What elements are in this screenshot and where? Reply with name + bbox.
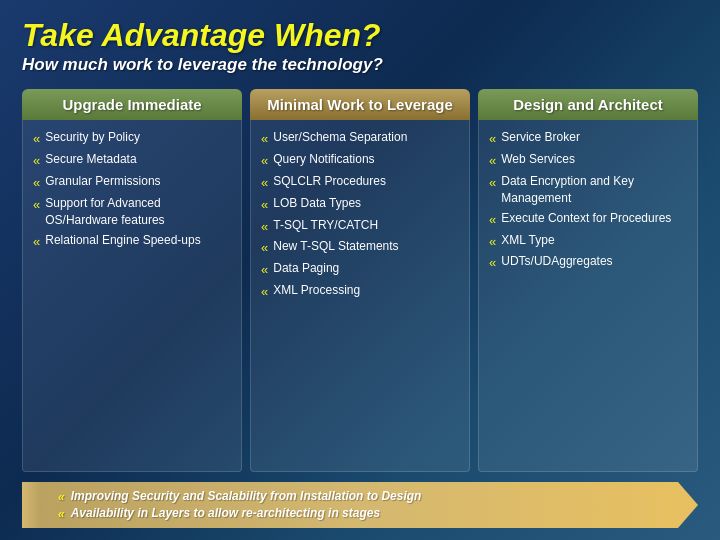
- list-item-text: LOB Data Types: [273, 195, 361, 215]
- list-item: «New T-SQL Statements: [261, 237, 461, 259]
- bullet-icon: «: [261, 152, 268, 171]
- bullet-icon: «: [261, 196, 268, 215]
- list-item-text: Execute Context for Procedures: [501, 210, 671, 230]
- bottom-bar-text: Improving Security and Scalability from …: [71, 489, 422, 503]
- list-item: «LOB Data Types: [261, 194, 461, 216]
- list-item: «Support for Advanced OS/Hardware featur…: [33, 194, 233, 231]
- bullet-icon: «: [33, 174, 40, 193]
- minimal-list: «User/Schema Separation«Query Notificati…: [261, 128, 461, 303]
- bullet-icon: «: [489, 152, 496, 171]
- list-item-text: Data Paging: [273, 260, 339, 280]
- list-item: «Secure Metadata: [33, 150, 233, 172]
- list-item: «Granular Permissions: [33, 172, 233, 194]
- list-item: «Data Encryption and Key Management: [489, 172, 689, 209]
- list-item: «User/Schema Separation: [261, 128, 461, 150]
- list-item-text: Relational Engine Speed-ups: [45, 232, 200, 252]
- list-item: «Security by Policy: [33, 128, 233, 150]
- col-body-design: «Service Broker«Web Services«Data Encryp…: [478, 120, 698, 472]
- list-item: «T-SQL TRY/CATCH: [261, 216, 461, 238]
- list-item: «UDTs/UDAggregates: [489, 252, 689, 274]
- bullet-icon: «: [261, 174, 268, 193]
- bullet-icon: «: [58, 507, 65, 521]
- bullet-icon: «: [261, 130, 268, 149]
- bullet-icon: «: [261, 218, 268, 237]
- list-item-text: Secure Metadata: [45, 151, 136, 171]
- bullet-icon: «: [489, 233, 496, 252]
- list-item: «Query Notifications: [261, 150, 461, 172]
- list-item-text: Security by Policy: [45, 129, 140, 149]
- bullet-icon: «: [489, 211, 496, 230]
- list-item: «Relational Engine Speed-ups: [33, 231, 233, 253]
- list-item-text: UDTs/UDAggregates: [501, 253, 612, 273]
- list-item: «SQLCLR Procedures: [261, 172, 461, 194]
- col-header-design: Design and Architect: [478, 89, 698, 120]
- column-minimal: Minimal Work to Leverage «User/Schema Se…: [250, 89, 470, 472]
- bottom-bar: «Improving Security and Scalability from…: [22, 482, 698, 528]
- list-item-text: Web Services: [501, 151, 575, 171]
- bullet-icon: «: [489, 130, 496, 149]
- bullet-icon: «: [261, 261, 268, 280]
- main-container: Take Advantage When? How much work to le…: [0, 0, 720, 540]
- list-item: «Service Broker: [489, 128, 689, 150]
- bullet-icon: «: [33, 130, 40, 149]
- bottom-bar-item: «Availability in Layers to allow re-arch…: [58, 506, 684, 521]
- list-item: «Web Services: [489, 150, 689, 172]
- bullet-icon: «: [33, 233, 40, 252]
- bullet-icon: «: [33, 196, 40, 230]
- list-item-text: New T-SQL Statements: [273, 238, 398, 258]
- bottom-bar-text: Availability in Layers to allow re-archi…: [71, 506, 380, 520]
- col-body-upgrade: «Security by Policy«Secure Metadata«Gran…: [22, 120, 242, 472]
- list-item-text: Service Broker: [501, 129, 580, 149]
- col-body-minimal: «User/Schema Separation«Query Notificati…: [250, 120, 470, 472]
- page-subtitle: How much work to leverage the technology…: [22, 55, 698, 75]
- list-item-text: User/Schema Separation: [273, 129, 407, 149]
- list-item-text: SQLCLR Procedures: [273, 173, 386, 193]
- bullet-icon: «: [261, 239, 268, 258]
- list-item-text: Query Notifications: [273, 151, 374, 171]
- bullet-icon: «: [33, 152, 40, 171]
- column-design: Design and Architect «Service Broker«Web…: [478, 89, 698, 472]
- list-item: «XML Type: [489, 231, 689, 253]
- list-item-text: Support for Advanced OS/Hardware feature…: [45, 195, 233, 230]
- list-item: «Execute Context for Procedures: [489, 209, 689, 231]
- col-header-upgrade: Upgrade Immediate: [22, 89, 242, 120]
- design-list: «Service Broker«Web Services«Data Encryp…: [489, 128, 689, 274]
- column-upgrade: Upgrade Immediate «Security by Policy«Se…: [22, 89, 242, 472]
- columns-row: Upgrade Immediate «Security by Policy«Se…: [22, 89, 698, 472]
- list-item-text: Data Encryption and Key Management: [501, 173, 689, 208]
- list-item-text: XML Type: [501, 232, 554, 252]
- bullet-icon: «: [261, 283, 268, 302]
- col-header-minimal: Minimal Work to Leverage: [250, 89, 470, 120]
- list-item-text: XML Processing: [273, 282, 360, 302]
- list-item: «Data Paging: [261, 259, 461, 281]
- bullet-icon: «: [58, 490, 65, 504]
- list-item: «XML Processing: [261, 281, 461, 303]
- bullet-icon: «: [489, 254, 496, 273]
- list-item-text: T-SQL TRY/CATCH: [273, 217, 378, 237]
- bullet-icon: «: [489, 174, 496, 208]
- list-item-text: Granular Permissions: [45, 173, 160, 193]
- page-title: Take Advantage When?: [22, 18, 698, 53]
- bottom-bar-item: «Improving Security and Scalability from…: [58, 489, 684, 504]
- upgrade-list: «Security by Policy«Secure Metadata«Gran…: [33, 128, 233, 252]
